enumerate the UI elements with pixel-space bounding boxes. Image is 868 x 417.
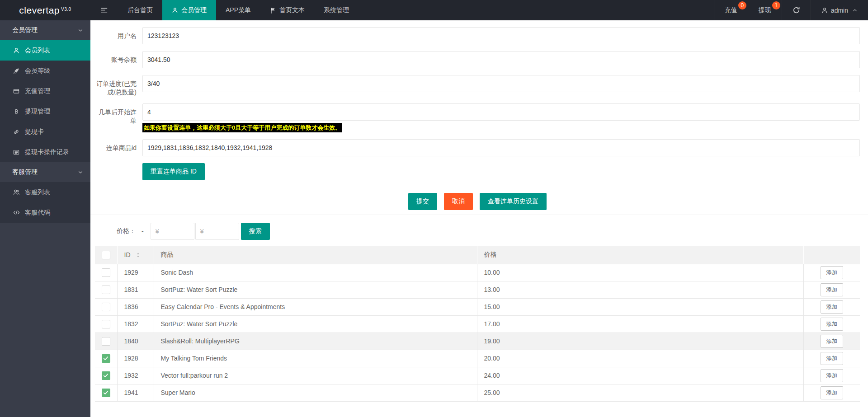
cell-product: Vector full:parkour run 2 — [154, 367, 477, 384]
cancel-button[interactable]: 取消 — [444, 193, 473, 210]
balance-label: 账号余额 — [95, 51, 142, 68]
card-icon — [13, 88, 20, 94]
topbar-recharge[interactable]: 充值0 — [714, 0, 748, 20]
form-row-balance: 账号余额 — [95, 51, 860, 68]
row-checkbox[interactable] — [102, 354, 110, 363]
link-icon — [13, 129, 20, 135]
menu-toggle[interactable] — [90, 0, 118, 20]
price-max-input[interactable] — [195, 223, 239, 240]
cell-product: Slash&Roll: MultiplayerRPG — [154, 333, 477, 350]
table-row: 1928My Talking Tom Friends20.00添加 — [95, 350, 860, 367]
row-checkbox[interactable] — [102, 320, 110, 328]
row-checkbox[interactable] — [102, 268, 110, 277]
user-icon — [13, 47, 20, 54]
add-button[interactable]: 添加 — [821, 335, 843, 348]
sidebar-item-recharge-admin[interactable]: 充值管理 — [0, 81, 90, 101]
balance-input[interactable] — [142, 51, 860, 68]
form-row-chain-start: 几单后开始连单 如果你要设置连单，这里必须大于0且大于等于用户完成的订单数才会生… — [95, 103, 860, 132]
recharge-badge: 0 — [738, 1, 746, 9]
add-button[interactable]: 添加 — [821, 266, 843, 279]
table-row: 1840Slash&Roll: MultiplayerRPG19.00添加 — [95, 333, 860, 350]
search-button[interactable]: 搜索 — [241, 223, 270, 240]
sidebar-item-member-level[interactable]: 会员等级 — [0, 61, 90, 81]
topbar-nav-home-text[interactable]: 首页文本 — [260, 0, 314, 20]
logo-version: V3.0 — [61, 7, 71, 12]
topbar-nav-system-admin[interactable]: 系统管理 — [314, 0, 359, 20]
add-button[interactable]: 添加 — [821, 318, 843, 331]
table-row: 1941Super Mario25.00添加 — [95, 384, 860, 401]
form-actions: 提交 取消 查看连单历史设置 — [95, 193, 860, 210]
cell-id: 1928 — [117, 350, 154, 367]
add-button[interactable]: 添加 — [821, 369, 843, 382]
add-button[interactable]: 添加 — [821, 352, 843, 365]
price-min-input[interactable] — [151, 223, 194, 240]
table-row: 1836Easy Calendar Pro - Events & Appoint… — [95, 298, 860, 315]
sort-icon[interactable] — [135, 252, 142, 258]
cell-price: 10.00 — [477, 264, 803, 281]
sidebar-group-service-admin[interactable]: 客服管理 — [0, 162, 90, 182]
order-progress-input[interactable] — [142, 75, 860, 92]
main-content: 用户名 账号余额 订单进度(已完成/总数量) 几单后开始连单 如果你要设置连单，… — [90, 0, 868, 417]
table-row: 1929Sonic Dash10.00添加 — [95, 264, 860, 281]
refresh-icon — [793, 6, 800, 14]
sidebar-item-withdraw-admin[interactable]: 提现管理 — [0, 101, 90, 122]
cell-product: Easy Calendar Pro - Events & Appointment… — [154, 298, 477, 315]
sidebar-item-service-list[interactable]: 客服列表 — [0, 182, 90, 202]
view-chain-history-button[interactable]: 查看连单历史设置 — [480, 193, 547, 210]
sidebar-item-label: 会员列表 — [25, 47, 50, 55]
cell-id: 1832 — [117, 315, 154, 333]
add-button[interactable]: 添加 — [821, 283, 843, 296]
sidebar-item-label: 会员等级 — [25, 67, 50, 75]
code-icon — [13, 209, 20, 216]
cell-id: 1941 — [117, 384, 154, 401]
topbar-admin[interactable]: admin — [811, 0, 868, 20]
sidebar-item-service-code[interactable]: 客服代码 — [0, 202, 90, 223]
username-input[interactable] — [142, 27, 860, 44]
cell-product: My Talking Tom Friends — [154, 350, 477, 367]
sidebar-item-label: 提现管理 — [25, 108, 50, 116]
app-logo: clevertap V3.0 — [0, 0, 90, 20]
add-button[interactable]: 添加 — [821, 386, 843, 399]
sidebar-item-label: 充值管理 — [25, 87, 50, 95]
cell-id: 1831 — [117, 281, 154, 298]
cell-product: Super Mario — [154, 384, 477, 401]
topbar-nav: 后台首页会员管理APP菜单首页文本系统管理 — [90, 0, 359, 20]
chain-start-input[interactable] — [142, 103, 860, 121]
topbar-refresh-button[interactable] — [782, 0, 811, 20]
header-id: ID — [117, 246, 154, 264]
sidebar-group-label: 会员管理 — [12, 26, 38, 34]
add-button[interactable]: 添加 — [821, 300, 843, 314]
sidebar: 会员管理会员列表会员等级充值管理提现管理提现卡提现卡操作记录客服管理客服列表客服… — [0, 20, 90, 417]
chain-product-ids-input[interactable] — [142, 139, 860, 156]
row-checkbox[interactable] — [102, 303, 110, 311]
cell-id: 1932 — [117, 367, 154, 384]
header-id-label: ID — [124, 251, 131, 258]
reset-chain-ids-button[interactable]: 重置连单商品 ID — [142, 163, 205, 180]
cell-id: 1836 — [117, 298, 154, 315]
table-row: 1832SortPuz: Water Sort Puzzle17.00添加 — [95, 315, 860, 333]
submit-button[interactable]: 提交 — [408, 193, 437, 210]
flag-icon — [270, 7, 276, 14]
select-all-checkbox[interactable] — [102, 251, 110, 259]
chain-product-ids-label: 连单商品id — [95, 139, 142, 156]
order-progress-label: 订单进度(已完成/总数量) — [95, 75, 142, 97]
row-checkbox[interactable] — [102, 286, 110, 294]
user-icon — [821, 7, 828, 14]
row-checkbox[interactable] — [102, 389, 110, 397]
topbar-nav-dashboard[interactable]: 后台首页 — [118, 0, 162, 20]
topbar-recharge-label: 充值 — [725, 6, 737, 14]
menu-icon — [100, 6, 108, 14]
chain-start-help: 如果你要设置连单，这里必须大于0且大于等于用户完成的订单数才会生效。 — [142, 123, 342, 132]
sidebar-item-withdraw-card[interactable]: 提现卡 — [0, 122, 90, 142]
sidebar-item-withdraw-card-log[interactable]: 提现卡操作记录 — [0, 142, 90, 162]
topbar-nav-member-admin[interactable]: 会员管理 — [162, 0, 216, 20]
row-checkbox[interactable] — [102, 371, 110, 380]
topbar-withdraw[interactable]: 提现1 — [748, 0, 782, 20]
topbar-nav-app-menu[interactable]: APP菜单 — [216, 0, 260, 20]
sidebar-group-member-admin[interactable]: 会员管理 — [0, 20, 90, 40]
sidebar-group-items: 客服列表客服代码 — [0, 182, 90, 223]
row-checkbox[interactable] — [102, 337, 110, 346]
sidebar-item-member-list[interactable]: 会员列表 — [0, 40, 90, 61]
cell-price: 15.00 — [477, 298, 803, 315]
price-filter-label: 价格： — [117, 227, 136, 235]
